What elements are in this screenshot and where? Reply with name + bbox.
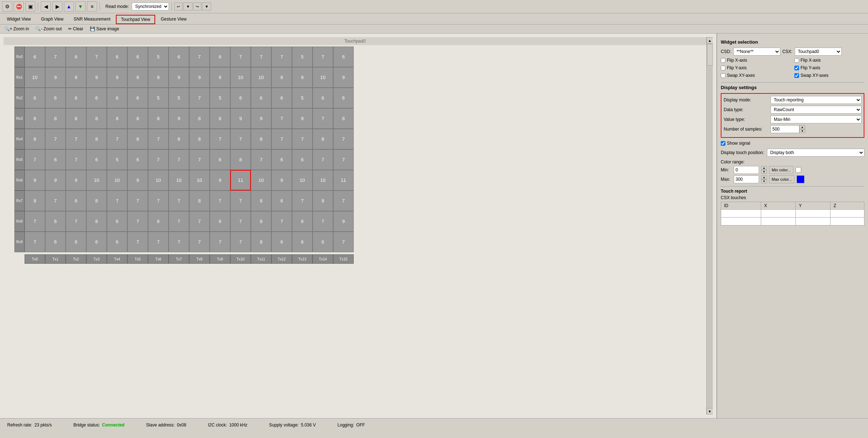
- grid-cell-r5-c2: 7: [66, 149, 86, 170]
- rx-label-2: Rx2: [14, 88, 25, 108]
- csd-label: CSD:: [721, 49, 731, 54]
- min-spin-down[interactable]: ▼: [761, 170, 767, 174]
- min-color-checkbox[interactable]: [795, 167, 801, 173]
- min-value-input[interactable]: [734, 166, 759, 174]
- tx-labels-row: Tx0Tx1Tx2Tx3Tx4Tx5Tx6Tx7Tx8Tx9Tx10Tx11Tx…: [14, 254, 354, 264]
- csd-select[interactable]: **None**: [733, 48, 780, 56]
- forward-button[interactable]: ▶: [52, 1, 62, 12]
- grid-cell-r7-c14: 8: [313, 190, 333, 211]
- grid-cell-r2-c7: 5: [169, 88, 189, 108]
- tab-graph-view[interactable]: Graph View: [36, 15, 68, 24]
- scroll-thumb[interactable]: [707, 44, 713, 66]
- grid-cell-r3-c5: 8: [127, 108, 148, 129]
- vertical-scrollbar[interactable]: ▲ ▼: [706, 37, 713, 415]
- min-spinner[interactable]: ▲ ▼: [761, 166, 767, 174]
- grid-cell-r1-c7: 9: [169, 67, 189, 88]
- num-samples-down[interactable]: ▼: [799, 129, 805, 133]
- csx-flip-x-label: Flip X-axis: [801, 58, 821, 63]
- value-type-select[interactable]: Max-Min Max Min: [771, 115, 862, 123]
- tab-touchpad-view[interactable]: Touchpad View: [116, 15, 155, 24]
- down-button[interactable]: ▼: [75, 1, 86, 12]
- read-mode-select[interactable]: Synchronized Continuous Single: [132, 3, 169, 10]
- scroll-track[interactable]: [707, 44, 713, 408]
- save-icon: 💾: [90, 26, 95, 31]
- redo-dropdown[interactable]: ▼: [183, 3, 192, 10]
- save-image-button[interactable]: 💾 Save image: [88, 26, 121, 32]
- csx-flip-x-checkbox[interactable]: [794, 58, 799, 63]
- main-toolbar: ⚙ ⛔ ▣ ◀ ▶ ▲ ▼ ≡ Read mode: Synchronized …: [0, 0, 868, 13]
- grid-cell-r1-c9: 9: [210, 67, 230, 88]
- min-spin-up[interactable]: ▲: [761, 166, 767, 170]
- settings-button[interactable]: ⚙: [2, 1, 12, 12]
- data-type-select[interactable]: RawCount Baseline Diff: [771, 106, 862, 114]
- tx-label-7: Tx7: [169, 254, 189, 264]
- csd-flip-y-checkbox[interactable]: [721, 66, 725, 70]
- num-samples-spinner[interactable]: ▲ ▼: [799, 125, 805, 133]
- back-button[interactable]: ◀: [41, 1, 51, 12]
- redo-dropdown2[interactable]: ▼: [202, 3, 211, 10]
- grid-cell-r8-c12: 7: [271, 211, 292, 232]
- num-samples-input[interactable]: [771, 125, 799, 133]
- show-signal-checkbox[interactable]: [721, 141, 725, 146]
- grid-cell-r2-c11: 6: [251, 88, 271, 108]
- grid-cell-r1-c5: 9: [127, 67, 148, 88]
- logging-item: Logging: OFF: [337, 422, 365, 428]
- grid-cell-r9-c0: 7: [25, 232, 45, 252]
- grid-cell-r8-c2: 7: [66, 211, 86, 232]
- max-spin-down[interactable]: ▼: [761, 179, 767, 183]
- zoom-out-button[interactable]: 🔍- Zoom out: [34, 26, 63, 32]
- undo-button[interactable]: ↩: [174, 3, 183, 10]
- grid-cell-r4-c13: 7: [292, 129, 313, 149]
- tx-labels-container: Tx0Tx1Tx2Tx3Tx4Tx5Tx6Tx7Tx8Tx9Tx10Tx11Tx…: [25, 254, 354, 264]
- grid-cell-r4-c8: 8: [189, 129, 210, 149]
- divider-1: [721, 82, 864, 83]
- min-color-button[interactable]: Min color...: [769, 166, 793, 174]
- scroll-down-arrow[interactable]: ▼: [707, 408, 713, 415]
- touch-x-1: [761, 210, 796, 218]
- grid-cell-r6-c3: 10: [86, 170, 107, 190]
- tab-gesture-view[interactable]: Gesture View: [156, 15, 191, 24]
- tab-widget-view[interactable]: Widget View: [2, 15, 35, 24]
- tx-label-5: Tx5: [127, 254, 148, 264]
- csx-flip-y-checkbox[interactable]: [794, 66, 799, 70]
- redo-button[interactable]: ↪: [193, 3, 201, 10]
- grid-cell-r3-c12: 7: [271, 108, 292, 129]
- max-color-row: Max: ▲ ▼ Max color...: [721, 175, 864, 183]
- supply-voltage-value: 5.036 V: [301, 422, 316, 428]
- display-touch-pos-select[interactable]: Display both Display X only Display Y on…: [767, 149, 864, 157]
- grid-cell-r2-c8: 7: [189, 88, 210, 108]
- view-button[interactable]: ▣: [25, 1, 35, 12]
- grid-cell-r3-c9: 8: [210, 108, 230, 129]
- max-value-input[interactable]: [734, 175, 759, 183]
- display-mode-select[interactable]: Touch reporting Signal Reference Differe…: [771, 96, 862, 104]
- csd-flip-x-checkbox[interactable]: [721, 58, 725, 63]
- num-samples-up[interactable]: ▲: [799, 125, 805, 129]
- grid-cell-r6-c10: 11: [230, 170, 251, 190]
- grid-cell-r9-c3: 6: [86, 232, 107, 252]
- max-color-button[interactable]: Max color...: [769, 175, 794, 183]
- right-panel: Widget selection CSD: **None** CSX: Touc…: [716, 34, 868, 418]
- grid-cell-r0-c11: 7: [251, 47, 271, 67]
- grid-cell-r4-c12: 7: [271, 129, 292, 149]
- tx-label-4: Tx4: [107, 254, 127, 264]
- grid-cell-r7-c3: 8: [86, 190, 107, 211]
- csx-select[interactable]: Touchpad0: [795, 48, 842, 56]
- grid-cell-r0-c8: 7: [189, 47, 210, 67]
- bridge-status-value: Connected: [102, 422, 125, 428]
- min-color-row: Min: ▲ ▼ Min color...: [721, 166, 864, 174]
- logging-value: OFF: [356, 422, 365, 428]
- max-spin-up[interactable]: ▲: [761, 175, 767, 179]
- csx-swap-xy-checkbox[interactable]: [794, 73, 799, 78]
- max-spinner[interactable]: ▲ ▼: [761, 175, 767, 183]
- up-button[interactable]: ▲: [64, 1, 74, 12]
- scroll-up-arrow[interactable]: ▲: [707, 37, 713, 44]
- stop-button[interactable]: ⛔: [14, 1, 24, 12]
- clear-button[interactable]: ✏ Clear: [67, 26, 85, 32]
- csd-swap-xy-checkbox[interactable]: [721, 73, 725, 78]
- max-color-swatch: [797, 175, 804, 183]
- grid-cell-r7-c7: 7: [169, 190, 189, 211]
- tab-snr-measurement[interactable]: SNR Measurement: [69, 15, 115, 24]
- zoom-in-button[interactable]: 🔍+ Zoom in: [3, 26, 30, 32]
- list-button[interactable]: ≡: [87, 1, 97, 12]
- grid-cell-r5-c5: 6: [127, 149, 148, 170]
